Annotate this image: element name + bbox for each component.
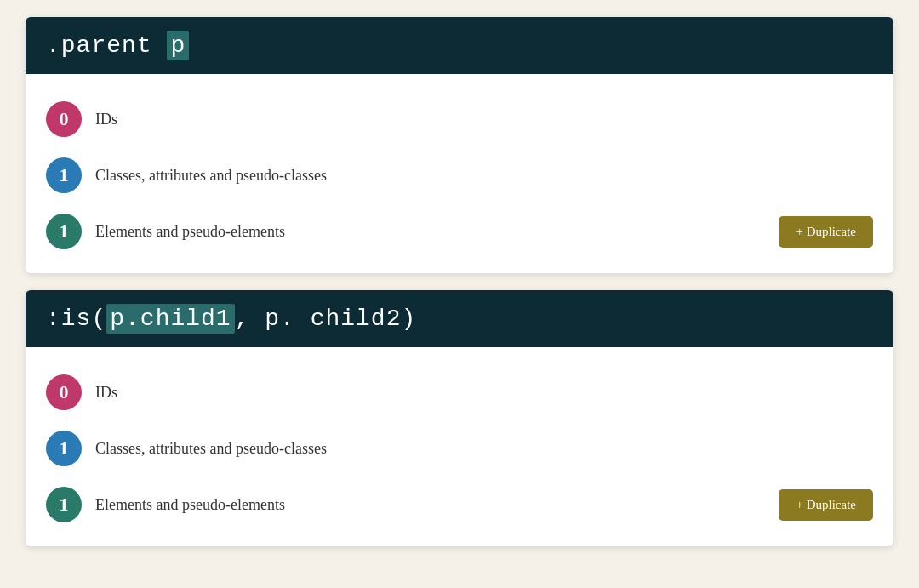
selector-code-2: :is(p.child1, p. child2) bbox=[46, 304, 416, 334]
ids-badge-2: 0 bbox=[46, 374, 82, 410]
card-1: .parent p 0 IDs 1 Classes, attributes an… bbox=[26, 17, 893, 273]
ids-badge-1: 0 bbox=[46, 101, 82, 137]
elements-row-2: 1 Elements and pseudo-elements + Duplica… bbox=[46, 477, 873, 533]
duplicate-button-1[interactable]: + Duplicate bbox=[779, 216, 873, 248]
classes-label-1: Classes, attributes and pseudo-classes bbox=[95, 167, 873, 185]
rows-2: 0 IDs 1 Classes, attributes and pseudo-c… bbox=[26, 364, 893, 533]
selector-prefix-1: .parent bbox=[46, 32, 167, 59]
selector-code-1: .parent p bbox=[46, 31, 189, 60]
selector-bar-1: .parent p bbox=[26, 17, 893, 74]
duplicate-button-2[interactable]: + Duplicate bbox=[779, 489, 873, 521]
classes-badge-1: 1 bbox=[46, 157, 82, 193]
selector-highlighted-1: p bbox=[167, 31, 189, 60]
elements-label-1: Elements and pseudo-elements bbox=[95, 223, 765, 241]
selector-prefix-2: :is( bbox=[46, 305, 106, 332]
elements-row-1: 1 Elements and pseudo-elements + Duplica… bbox=[46, 203, 873, 260]
selector-highlighted-2: p.child1 bbox=[106, 304, 234, 334]
card-2: :is(p.child1, p. child2) 0 IDs 1 Classes… bbox=[26, 290, 893, 546]
classes-row-1: 1 Classes, attributes and pseudo-classes bbox=[46, 147, 873, 203]
rows-1: 0 IDs 1 Classes, attributes and pseudo-c… bbox=[26, 91, 893, 260]
classes-row-2: 1 Classes, attributes and pseudo-classes bbox=[46, 420, 873, 477]
selector-bar-2: :is(p.child1, p. child2) bbox=[26, 290, 893, 347]
ids-row-2: 0 IDs bbox=[46, 364, 873, 420]
ids-label-2: IDs bbox=[95, 384, 873, 402]
classes-label-2: Classes, attributes and pseudo-classes bbox=[95, 440, 873, 458]
selector-suffix-2: , p. child2) bbox=[235, 305, 417, 332]
elements-badge-2: 1 bbox=[46, 487, 82, 522]
elements-label-2: Elements and pseudo-elements bbox=[95, 496, 765, 514]
elements-badge-1: 1 bbox=[46, 214, 82, 249]
classes-badge-2: 1 bbox=[46, 431, 82, 466]
ids-label-1: IDs bbox=[95, 111, 873, 128]
ids-row-1: 0 IDs bbox=[46, 91, 873, 147]
